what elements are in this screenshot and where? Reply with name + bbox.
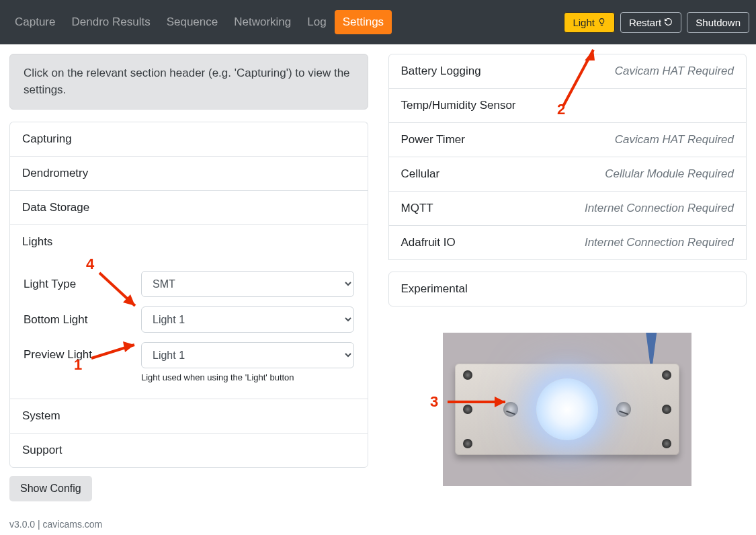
restart-button[interactable]: Restart [620,12,681,33]
led-light-icon [536,378,598,440]
nav-networking[interactable]: Networking [226,10,299,34]
light-type-row: Light Type SMT [24,271,354,297]
restart-icon [664,17,673,28]
bottom-light-select[interactable]: Light 1 [141,306,354,333]
left-accordion: Capturing Dendrometry Data Storage Light… [9,122,368,468]
light-type-label: Light Type [24,278,141,291]
page-body: Click on the relevant section header (e.… [0,44,756,511]
section-note: Cellular Module Required [605,167,734,181]
preview-light-label: Preview Light [24,342,141,362]
section-adafruit-io[interactable]: Adafruit IO Internet Connection Required [388,225,747,260]
section-capturing[interactable]: Capturing [9,122,368,156]
section-temp-humidity[interactable]: Temp/Humidity Sensor [388,88,747,123]
nav-sequence[interactable]: Sequence [159,10,226,34]
section-experimental[interactable]: Experimental [388,272,747,306]
section-support[interactable]: Support [9,433,368,468]
section-label: MQTT [401,202,433,215]
nav-dendro-results[interactable]: Dendro Results [63,10,158,34]
light-type-select[interactable]: SMT [141,271,354,297]
section-note: Internet Connection Required [585,202,734,215]
topbar-actions: Light Restart Shutdown [564,12,749,33]
bottom-light-row: Bottom Light Light 1 [24,306,354,333]
preview-light-select[interactable]: Light 1 [141,342,354,368]
right-accordion: Battery Logging Cavicam HAT Required Tem… [388,54,747,306]
left-column: Click on the relevant section header (e.… [9,54,368,501]
preview-light-help: Light used when using the 'Light' button [141,372,354,382]
footer-text: v3.0.0 | cavicams.com [0,511,756,535]
preview-light-row: Preview Light Light 1 Light used when us… [24,342,354,382]
section-system[interactable]: System [9,399,368,433]
section-lights[interactable]: Lights [9,224,368,259]
section-dendrometry[interactable]: Dendrometry [9,156,368,190]
nav-log[interactable]: Log [299,10,334,34]
section-note: Internet Connection Required [585,236,734,249]
top-navbar: Capture Dendro Results Sequence Networki… [0,0,756,44]
section-note: Cavicam HAT Required [615,133,734,147]
right-column: Battery Logging Cavicam HAT Required Tem… [388,54,747,501]
hint-box: Click on the relevant section header (e.… [9,54,368,110]
section-label: Battery Logging [401,65,481,78]
light-button[interactable]: Light [564,12,615,33]
section-label: Power Timer [401,133,465,147]
lights-settings-panel: Light Type SMT Bottom Light Light 1 [9,259,368,399]
device-photo [443,333,691,486]
section-label: Temp/Humidity Sensor [401,99,516,112]
show-config-button[interactable]: Show Config [9,476,92,501]
shutdown-button-label: Shutdown [696,17,741,28]
section-data-storage[interactable]: Data Storage [9,190,368,224]
section-battery-logging[interactable]: Battery Logging Cavicam HAT Required [388,54,747,89]
light-button-label: Light [573,17,595,28]
section-label: Adafruit IO [401,236,456,249]
nav-settings[interactable]: Settings [335,10,392,34]
section-label: Experimental [401,282,468,296]
section-power-timer[interactable]: Power Timer Cavicam HAT Required [388,122,747,157]
device-photo-wrap [388,333,747,486]
section-mqtt[interactable]: MQTT Internet Connection Required [388,191,747,226]
lightbulb-icon [597,17,606,28]
nav-capture[interactable]: Capture [7,10,63,34]
restart-button-label: Restart [629,17,661,28]
bottom-light-label: Bottom Light [24,313,141,327]
nav-tabs: Capture Dendro Results Sequence Networki… [7,10,392,34]
section-cellular[interactable]: Cellular Cellular Module Required [388,157,747,192]
section-note: Cavicam HAT Required [615,65,734,78]
section-label: Cellular [401,167,440,181]
shutdown-button[interactable]: Shutdown [687,12,749,33]
